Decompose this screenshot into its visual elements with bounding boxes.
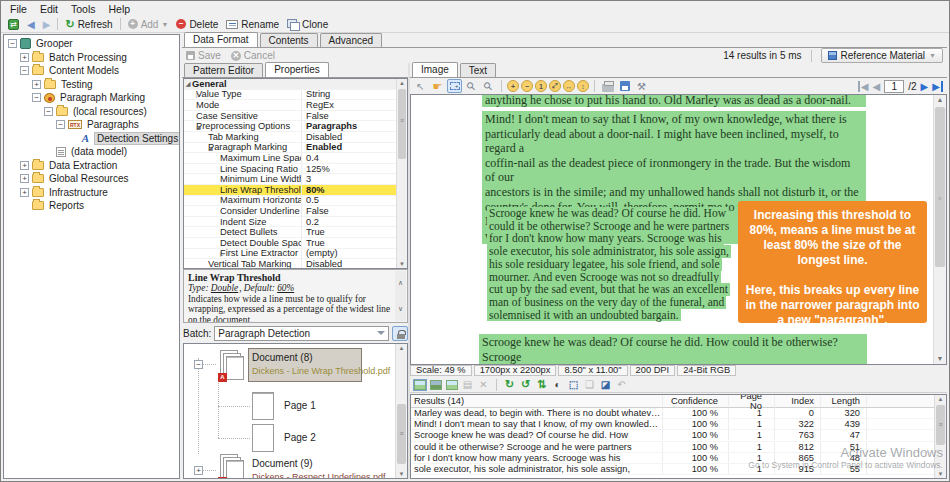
first-page-icon[interactable]: ◀ [858,81,869,92]
result-row[interactable]: for I don't know how many years. Scrooge… [411,453,946,464]
property-row[interactable]: Case SensitiveFalse [184,111,407,122]
tree-item-reports[interactable]: Reports [4,199,179,213]
zoom-fit-icon[interactable]: ⤢ [549,80,561,92]
type-link[interactable]: Double [211,283,238,293]
expand-icon[interactable]: + [20,174,29,183]
property-row[interactable]: ◢Paragraph MarkingEnabled [184,143,407,154]
scrollbar-thumb[interactable]: ≡ [936,405,945,445]
menu-file[interactable]: File [6,2,36,16]
column-length[interactable]: Length [821,396,867,406]
pan-tool-icon[interactable]: ☛ [430,79,445,93]
add-button[interactable]: +Add▼ [124,18,173,31]
result-row[interactable]: could it be otherwise? Scrooge and he we… [411,442,946,453]
print-icon[interactable] [600,79,615,93]
menu-edit[interactable]: Edit [36,2,67,16]
document-9-filename[interactable]: Dickens - Respect Underlines.pdf [252,472,386,479]
property-row[interactable]: Minimum Line Width3 [184,174,407,185]
batch-scrollbar[interactable]: ▲ ≡ ▼ [395,344,407,478]
expand-icon[interactable]: + [20,188,29,197]
property-row[interactable]: Maximum Horizontal0.5 [184,196,407,207]
despeckle-icon[interactable]: ◪ [599,378,612,391]
tree-item-grooper[interactable]: −Grooper [4,37,179,51]
scroll-down-icon[interactable]: ▼ [935,471,946,477]
show-image-icon[interactable] [413,378,426,391]
expand-icon[interactable]: + [20,161,29,170]
undo-icon[interactable]: ↶ [615,378,628,391]
tab-properties[interactable]: Properties [265,62,329,77]
tree-item-global-resources[interactable]: +Global Resources [4,172,179,186]
result-row[interactable]: Marley was dead, to begin with. There is… [411,408,946,419]
pointer-tool-icon[interactable]: ↖ [413,79,428,93]
crop-icon[interactable]: ⬚ [567,378,580,391]
scroll-up-icon[interactable]: ∧ [395,279,406,287]
scrollbar-thumb[interactable]: ≡ [398,89,406,159]
document-9-label[interactable]: Document (9) [252,458,313,469]
tab-image[interactable]: Image [412,62,458,77]
rotate-right-icon[interactable]: ↻ [503,378,516,391]
invert-icon[interactable]: ◐ [551,378,564,391]
cancel-button[interactable]: ✕Cancel [231,50,275,61]
show-processed-image-icon[interactable] [429,378,442,391]
previous-page-icon[interactable]: ◀ [873,81,881,92]
next-page-icon[interactable]: ▶ [921,81,929,92]
tree-item-paragraph-marking[interactable]: −Paragraph Marking [4,91,179,105]
scrollbar-thumb[interactable]: ≡ [935,107,945,267]
property-row[interactable]: Indent Size0.2 [184,217,407,228]
property-row[interactable]: Line Spacing Ratio125% [184,164,407,175]
scroll-down-icon[interactable]: ▼ [934,355,946,363]
collapse-icon[interactable]: − [44,107,53,116]
page-2-label[interactable]: Page 2 [284,432,316,443]
property-category[interactable]: ◢General [184,79,407,90]
tree-item-testing[interactable]: +Testing [4,78,179,92]
collapse-icon[interactable]: − [20,66,29,75]
scroll-up-icon[interactable]: ▲ [397,80,407,86]
document-8-label[interactable]: Document (8) [252,352,313,363]
zoom-fit-height-icon[interactable]: ↕ [577,80,589,92]
delete-image-icon[interactable]: ✕ [477,378,490,391]
save-image-icon[interactable] [617,79,632,93]
zoom-out-icon[interactable]: − [521,80,533,92]
page-1-label[interactable]: Page 1 [284,400,316,411]
column-results[interactable]: Results (14) [411,396,663,406]
expand-icon[interactable]: + [194,466,203,475]
back-button[interactable]: ◀ [23,18,39,31]
property-row[interactable]: ▷First Line Extractor(empty) [184,249,407,260]
document-8-filename[interactable]: Dickens - Line Wrap Threshold.pdf [252,366,390,376]
tab-contents[interactable]: Contents [260,33,318,47]
result-row[interactable]: sole executor, his sole administrator, h… [411,464,946,475]
property-row[interactable]: ModeRegEx [184,100,407,111]
rotate-left-icon[interactable]: ↺ [519,378,532,391]
expand-icon[interactable]: + [20,53,29,62]
property-row[interactable]: Tab MarkingDisabled [184,132,407,143]
property-row[interactable]: ▷Value TypeString [184,90,407,101]
scroll-down-icon[interactable]: ▼ [397,261,407,267]
zoom-actual-size-icon[interactable]: 1 [535,80,547,92]
tab-data-format[interactable]: Data Format [184,32,258,47]
column-confidence[interactable]: Confidence [663,396,729,406]
zoom-in-icon[interactable]: + [507,80,519,92]
page-1-thumbnail[interactable] [252,392,274,420]
delete-button[interactable]: −Delete [172,18,222,31]
scroll-up-icon[interactable]: ▲ [396,345,407,351]
page-2-thumbnail[interactable] [252,424,274,452]
collapse-icon[interactable]: − [8,39,17,48]
reference-material-button[interactable]: Reference Material▼ [821,48,943,63]
description-scrollbar[interactable]: ∧∨ [395,271,406,321]
tree-item-local-resources[interactable]: −(local resources) [4,105,179,119]
magnifier-tool-icon[interactable]: ⚲ [464,79,479,93]
scroll-down-icon[interactable]: ▼ [396,471,407,477]
forward-button[interactable]: ▶ [39,18,55,31]
export-image-icon[interactable]: ▤ [461,378,474,391]
results-scrollbar[interactable]: ▲ ≡ ▼ [934,395,946,478]
flip-icon[interactable]: ⇅ [535,378,548,391]
rename-button[interactable]: Rename [222,18,283,31]
collapse-icon[interactable]: − [56,120,65,129]
zoom-fit-width-icon[interactable]: ↔ [563,80,575,92]
scroll-down-icon[interactable]: ∨ [395,305,406,313]
expand-icon[interactable]: + [32,80,41,89]
save-button[interactable]: Save [186,50,221,61]
tree-item-paragraphs[interactable]: −RTXParagraphs [4,118,179,132]
scroll-up-icon[interactable]: ▲ [934,96,946,104]
property-row[interactable]: Maximum Line Spac0.4 [184,153,407,164]
scroll-up-icon[interactable]: ▲ [935,396,946,402]
